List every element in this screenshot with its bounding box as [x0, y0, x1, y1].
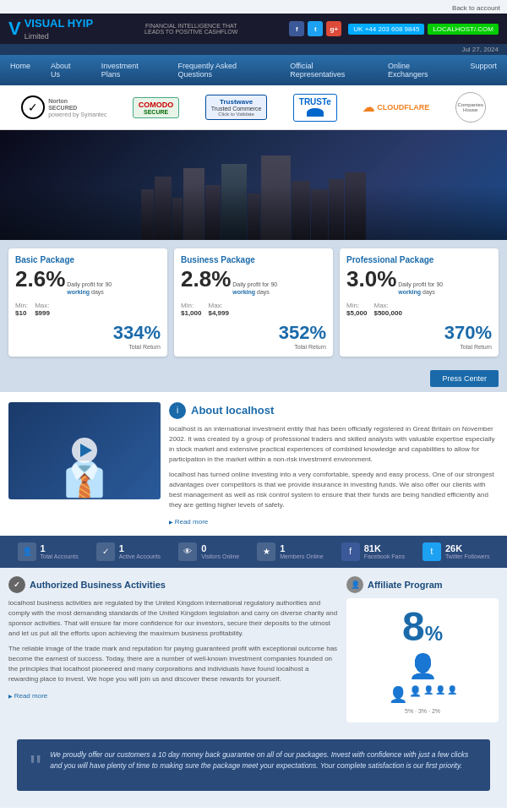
- twitter-icon[interactable]: t: [308, 21, 323, 36]
- crowd-icon-4: 👤: [435, 685, 445, 704]
- basic-rate-info: Daily profit for 90 working days: [67, 281, 112, 296]
- bank-security-section: 🔒 Bank-Level Security VeriSign and COMOD…: [0, 808, 507, 812]
- professional-rate-pct: 3.0%: [346, 268, 396, 290]
- about-title-row: i About localhost: [169, 402, 499, 419]
- social-links: f t g+ UK +44 203 608 9845 LOCALHOST/.CO…: [289, 21, 499, 36]
- quote-banner-wrapper: " We proudly offer our customers a 10 da…: [0, 731, 507, 808]
- authorized-title: ✓ Authorized Business Activities: [8, 576, 338, 593]
- sub-header: Jul 27, 2024: [0, 44, 507, 55]
- quote-mark-icon: ": [30, 754, 41, 781]
- authorized-icon: ✓: [8, 576, 25, 593]
- crowd-icon-5: 👤: [447, 685, 457, 704]
- members-icon: ★: [257, 542, 275, 561]
- companies-label: Companies House: [456, 102, 485, 112]
- business-package-title: Business Package: [181, 255, 326, 264]
- crowd-icon-1: 👤: [389, 685, 407, 704]
- basic-minmax: Min: $10 Max: $999: [15, 302, 161, 317]
- affiliate-percentage: 8%: [355, 607, 490, 647]
- stat-twitter: t 26K Twitter Followers: [422, 542, 490, 561]
- video-person-icon: 👔: [63, 460, 106, 499]
- affiliate-icon: 👤: [346, 576, 363, 593]
- about-text-2: localhost has turned online investing in…: [169, 470, 499, 510]
- nav-plans[interactable]: Investment Plans: [91, 55, 168, 85]
- header-tagline: FINANCIAL INTELLIGENCE THAT LEADS TO POS…: [93, 23, 289, 35]
- visitors-num: 0: [201, 543, 239, 553]
- about-content: i About localhost localhost is an intern…: [169, 402, 499, 526]
- comodo-badge: COMODO SECURE: [133, 97, 180, 118]
- about-title: About localhost: [191, 404, 274, 417]
- nav-reps[interactable]: Official Representatives: [280, 55, 378, 85]
- business-package-rate: 2.8% Daily profit for 90 working days: [181, 268, 326, 296]
- affiliate-crowd: 👤 👤 👤 👤 👤: [355, 685, 490, 704]
- authorized-section: ✓ Authorized Business Activities localho…: [8, 576, 338, 722]
- basic-return: 334% Total Return: [15, 322, 161, 350]
- basic-package-title: Basic Package: [15, 255, 161, 264]
- truste-label: TRUSTe: [299, 97, 331, 106]
- active-accounts-num: 1: [119, 543, 161, 553]
- nav-about[interactable]: About Us: [41, 55, 91, 85]
- facebook-fans-num: 81K: [364, 543, 405, 553]
- business-rate-info: Daily profit for 90 working days: [232, 281, 277, 296]
- professional-rate-info: Daily profit for 90 working days: [398, 281, 443, 296]
- about-text-1: localhost is an international investment…: [169, 424, 499, 465]
- back-to-account-link[interactable]: Back to account: [452, 4, 500, 12]
- crowd-icon-2: 👤: [409, 685, 422, 704]
- video-thumbnail[interactable]: 👔: [8, 402, 161, 499]
- press-center-button[interactable]: Press Center: [430, 370, 499, 387]
- googleplus-icon[interactable]: g+: [326, 21, 341, 36]
- business-package: Business Package 2.8% Daily profit for 9…: [174, 248, 333, 356]
- play-button[interactable]: [72, 438, 97, 463]
- stat-facebook: f 81K Facebook Fans: [341, 542, 405, 561]
- norton-sub: SECURED: [48, 105, 106, 112]
- logo: V VISUAL HYIP Limited: [8, 17, 93, 41]
- professional-package-rate: 3.0% Daily profit for 90 working days: [346, 268, 492, 296]
- professional-return: 370% Total Return: [346, 322, 492, 350]
- about-info-icon: i: [169, 402, 186, 419]
- affiliate-title: 👤 Affiliate Program: [346, 576, 499, 593]
- nav-support[interactable]: Support: [460, 55, 507, 85]
- active-accounts-icon: ✓: [96, 542, 115, 561]
- nav-home[interactable]: Home: [0, 55, 41, 85]
- domain-label: LOCALHOST/.COM: [428, 24, 499, 35]
- affiliate-person-large: 👤: [355, 652, 490, 680]
- facebook-icon[interactable]: f: [289, 21, 304, 36]
- nav-exchangers[interactable]: Online Exchangers: [378, 55, 460, 85]
- stat-members: ★ 1 Members Online: [257, 542, 323, 561]
- norton-badge: ✓ Norton SECURED powered by Symantec: [21, 95, 106, 119]
- logo-v: V: [8, 18, 21, 40]
- total-accounts-icon: 👤: [18, 542, 36, 561]
- companies-house-badge: Companies House: [455, 92, 486, 123]
- logo-sub: Limited: [25, 32, 49, 41]
- professional-package: Professional Package 3.0% Daily profit f…: [340, 248, 499, 356]
- visitors-label: Visitors Online: [201, 553, 239, 559]
- affiliate-numbers: 5% · 3% · 2%: [355, 708, 490, 714]
- trustwave-label: Trustwave: [211, 98, 262, 106]
- quote-banner: " We proudly offer our customers a 10 da…: [17, 739, 490, 791]
- authorized-text-1: localhost business activities are regula…: [8, 598, 338, 639]
- norton-powered: powered by Symantec: [48, 112, 106, 117]
- crowd-icon-3: 👤: [423, 685, 433, 704]
- authorized-read-more[interactable]: Read more: [8, 692, 47, 700]
- nav-faq[interactable]: Frequently Asked Questions: [168, 55, 281, 85]
- main-nav: Home About Us Investment Plans Frequentl…: [0, 55, 507, 85]
- basic-package: Basic Package 2.6% Daily profit for 90 w…: [8, 248, 167, 356]
- business-return: 352% Total Return: [181, 322, 326, 350]
- trustwave-badge[interactable]: Trustwave Trusted Commerce Click to Vali…: [205, 95, 268, 120]
- comodo-label: COMODO: [139, 101, 174, 109]
- visitors-icon: 👁: [178, 542, 197, 561]
- members-num: 1: [280, 543, 323, 553]
- play-triangle-icon: [80, 444, 92, 457]
- basic-rate-pct: 2.6%: [15, 268, 65, 290]
- authorized-affiliate-section: ✓ Authorized Business Activities localho…: [0, 568, 507, 731]
- about-read-more[interactable]: Read more: [169, 518, 208, 526]
- press-bar: Press Center: [0, 365, 507, 392]
- truste-badge: TRUSTe: [293, 94, 337, 122]
- about-video: 👔: [8, 402, 161, 526]
- business-minmax: Min: $1,000 Max: $4,999: [181, 302, 326, 317]
- stat-total-accounts: 👤 1 Total Accounts: [18, 542, 79, 561]
- cloudflare-label: CLOUDFLARE: [377, 103, 429, 112]
- basic-package-rate: 2.6% Daily profit for 90 working days: [15, 268, 161, 296]
- trust-badges: ✓ Norton SECURED powered by Symantec COM…: [0, 85, 507, 130]
- trustwave-sub: Trusted Commerce: [211, 106, 262, 112]
- hero-overlay: [0, 185, 507, 240]
